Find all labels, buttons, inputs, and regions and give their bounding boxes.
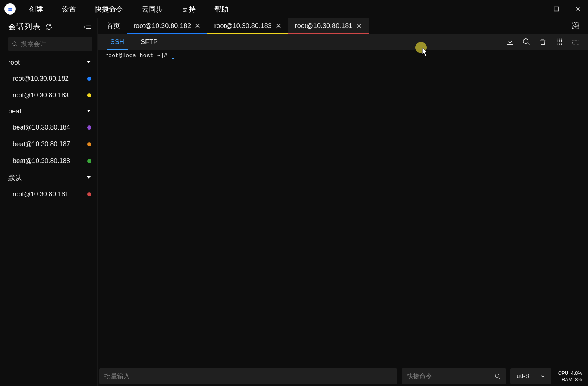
trash-icon[interactable] [539, 38, 547, 46]
subtab-sftp[interactable]: SFTP [132, 34, 166, 50]
subtab-ssh[interactable]: SSH [102, 34, 132, 50]
svg-marker-10 [87, 110, 91, 112]
group-label: root [8, 59, 20, 66]
sidebar-search-input[interactable] [21, 40, 88, 48]
system-stats: CPU: 4.8% RAM: 8% [556, 370, 582, 382]
columns-icon[interactable] [555, 38, 563, 46]
svg-marker-9 [87, 61, 91, 63]
tab-label: root@10.30.80.183 [214, 22, 271, 30]
quick-command-input[interactable] [407, 373, 494, 380]
status-dot [87, 125, 91, 130]
minimize-button[interactable] [528, 3, 542, 15]
chevron-down-icon [540, 374, 545, 379]
svg-point-22 [523, 39, 528, 44]
chevron-down-icon [86, 174, 91, 182]
main-area: 首页root@10.30.80.182root@10.30.80.183root… [98, 18, 588, 386]
status-dot [87, 159, 91, 163]
svg-rect-19 [576, 23, 579, 25]
split-layout-icon[interactable] [572, 18, 580, 34]
svg-point-33 [495, 374, 499, 378]
session-label: beat@10.30.80.187 [13, 140, 70, 148]
menu-item[interactable]: 创建 [29, 4, 43, 14]
svg-line-34 [499, 377, 500, 379]
sidebar: 会话列表 rootroot@10.30.80.182root@10.30.80.… [0, 18, 98, 386]
encoding-label: utf-8 [516, 373, 529, 380]
batch-input-box[interactable] [99, 368, 397, 384]
terminal-cursor [172, 53, 174, 59]
sidebar-search-box[interactable] [8, 37, 92, 51]
session-group[interactable]: beat [0, 104, 97, 119]
session-group[interactable]: 默认 [0, 169, 97, 186]
session-item[interactable]: root@10.30.80.182 [0, 70, 97, 87]
svg-line-23 [528, 43, 530, 45]
terminal-view[interactable]: [root@localhost ~]# [98, 50, 588, 367]
session-label: root@10.30.80.182 [13, 75, 69, 83]
session-label: root@10.30.80.181 [13, 190, 69, 198]
batch-input[interactable] [104, 373, 392, 380]
subtab-sftp-label: SFTP [141, 38, 158, 46]
status-dot [87, 192, 91, 196]
group-label: 默认 [8, 173, 22, 182]
session-label: beat@10.30.80.188 [13, 157, 70, 165]
close-button[interactable] [571, 3, 585, 15]
tab-label: 首页 [107, 21, 120, 30]
svg-rect-18 [573, 23, 575, 25]
tab[interactable]: root@10.30.80.183 [207, 18, 288, 34]
menu-item[interactable]: 云同步 [142, 4, 163, 14]
tab[interactable]: root@10.30.80.181 [288, 18, 369, 34]
chevron-down-icon [86, 59, 91, 66]
svg-rect-1 [554, 7, 559, 11]
menu-item[interactable]: 支持 [182, 4, 196, 14]
session-item[interactable]: beat@10.30.80.187 [0, 136, 97, 153]
session-item[interactable]: beat@10.30.80.188 [0, 153, 97, 169]
subtab-ssh-label: SSH [110, 38, 124, 46]
close-icon[interactable] [356, 23, 362, 29]
menu-item[interactable]: 设置 [62, 4, 76, 14]
tab-label: root@10.30.80.181 [295, 22, 352, 30]
refresh-icon[interactable] [45, 23, 53, 31]
tab[interactable]: 首页 [100, 18, 127, 34]
svg-rect-27 [572, 40, 579, 44]
window-controls [528, 3, 585, 15]
svg-marker-11 [87, 176, 91, 179]
session-group[interactable]: root [0, 55, 97, 70]
ram-stat: RAM: 8% [562, 377, 582, 382]
sidebar-title: 会话列表 [8, 22, 41, 32]
sidebar-header: 会话列表 [0, 18, 97, 35]
session-item[interactable]: beat@10.30.80.184 [0, 119, 97, 136]
terminal-prompt: [root@localhost ~]# [101, 52, 171, 59]
encoding-select[interactable]: utf-8 [510, 368, 551, 384]
session-tree: rootroot@10.30.80.182root@10.30.80.183be… [0, 55, 97, 206]
status-dot [87, 93, 91, 97]
maximize-button[interactable] [549, 3, 563, 15]
tab-bar: 首页root@10.30.80.182root@10.30.80.183root… [98, 18, 588, 34]
svg-rect-21 [576, 26, 579, 29]
quick-command-box[interactable] [402, 368, 506, 384]
titlebar: ≣ 创建设置快捷命令云同步支持帮助 [0, 0, 588, 18]
collapse-sidebar-icon[interactable] [84, 23, 92, 31]
status-dot [87, 142, 91, 146]
group-label: beat [8, 108, 21, 115]
menu-item[interactable]: 快捷命令 [95, 4, 123, 14]
session-label: root@10.30.80.183 [13, 91, 69, 99]
download-icon[interactable] [506, 38, 514, 46]
menu-item[interactable]: 帮助 [214, 4, 229, 14]
session-item[interactable]: root@10.30.80.181 [0, 186, 97, 203]
svg-rect-20 [573, 26, 575, 29]
session-item[interactable]: root@10.30.80.183 [0, 87, 97, 104]
svg-line-8 [16, 45, 17, 46]
tab[interactable]: root@10.30.80.182 [127, 18, 207, 34]
terminal-tools [506, 38, 588, 46]
search-terminal-icon[interactable] [522, 38, 531, 46]
tab-label: root@10.30.80.182 [133, 22, 191, 30]
keyboard-icon[interactable] [572, 38, 580, 46]
app-logo: ≣ [4, 3, 16, 15]
cpu-stat: CPU: 4.8% [558, 370, 582, 376]
main-menu: 创建设置快捷命令云同步支持帮助 [29, 4, 229, 14]
session-label: beat@10.30.80.184 [13, 124, 70, 131]
close-icon[interactable] [276, 23, 282, 29]
close-icon[interactable] [195, 23, 201, 29]
search-icon [12, 41, 18, 47]
bottom-bar: utf-8 CPU: 4.8% RAM: 8% [98, 367, 588, 386]
chevron-down-icon [86, 108, 91, 115]
